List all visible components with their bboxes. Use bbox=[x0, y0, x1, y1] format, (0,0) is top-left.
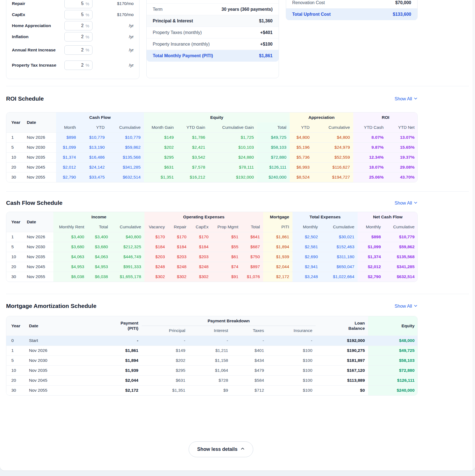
table-cell: $170 bbox=[144, 232, 168, 242]
table-cell: $192,000 bbox=[316, 336, 368, 346]
table-cell: 30 bbox=[6, 272, 23, 282]
table-cell: 9.87% bbox=[353, 142, 387, 152]
cash-flow-schedule-table: Year Date Income Operating Expenses Mort… bbox=[6, 212, 418, 282]
percent-input-box[interactable]: % bbox=[64, 21, 93, 30]
table-cell: Nov 2035 bbox=[23, 152, 56, 162]
percent-input[interactable] bbox=[68, 34, 84, 39]
summary-value: 30 years (360 payments) bbox=[221, 7, 273, 12]
group-header: Total Expenses bbox=[292, 212, 358, 222]
column-header: Vacancy bbox=[144, 222, 168, 232]
table-cell: $7,578 bbox=[177, 162, 209, 172]
table-row: 30Nov 2055$6,038$6,038$1,655,178$302$302… bbox=[6, 272, 418, 282]
group-header: Income bbox=[53, 212, 144, 222]
table-cell: $59,862 bbox=[108, 142, 144, 152]
summary-row: Total Upfront Cost$133,600 bbox=[286, 9, 417, 20]
table-cell: $2,044 bbox=[75, 375, 142, 385]
table-cell: 15.65% bbox=[387, 142, 418, 152]
table-cell: $59,862 bbox=[384, 242, 418, 252]
table-cell: 19.37% bbox=[387, 152, 418, 162]
table-cell: 12.34% bbox=[353, 152, 387, 162]
table-cell: $1,861 bbox=[263, 232, 292, 242]
summary-row: Renovation Cost$70,000 bbox=[286, 0, 417, 9]
table-cell: $302 bbox=[168, 272, 190, 282]
table-cell: $5,736 bbox=[290, 152, 313, 162]
table-cell: $1,725 bbox=[209, 132, 257, 142]
column-header: Cumulative bbox=[321, 222, 358, 232]
table-cell: $48,000 bbox=[368, 336, 418, 346]
chevron-down-icon bbox=[414, 200, 418, 206]
table-cell: $202 bbox=[142, 355, 189, 365]
table-cell: $434 bbox=[231, 355, 267, 365]
table-cell: $2,941 bbox=[292, 262, 321, 272]
table-cell: $100 bbox=[267, 375, 316, 385]
table-cell: $203 bbox=[144, 252, 168, 262]
table-cell: $72,880 bbox=[257, 152, 290, 162]
table-cell: $1,064 bbox=[189, 365, 231, 375]
percent-input-box[interactable]: % bbox=[64, 45, 93, 55]
percent-input[interactable] bbox=[68, 23, 84, 28]
table-cell: $4,800 bbox=[313, 132, 353, 142]
roi-schedule-section: ROI Schedule Show All Year Date Cash Flo… bbox=[6, 86, 469, 182]
table-cell: $55 bbox=[212, 242, 242, 252]
percent-input[interactable] bbox=[68, 12, 84, 17]
table-cell: - bbox=[75, 336, 142, 346]
scrollbar[interactable] bbox=[473, 0, 475, 470]
summary-value: $70,000 bbox=[395, 0, 411, 5]
table-cell: $184 bbox=[144, 242, 168, 252]
table-cell: Nov 2045 bbox=[23, 262, 53, 272]
table-cell: Nov 2030 bbox=[26, 355, 75, 365]
group-header: Equity bbox=[144, 113, 290, 122]
table-cell: Start bbox=[26, 336, 75, 346]
percent-input[interactable] bbox=[68, 48, 84, 53]
column-header: Cumulative bbox=[313, 122, 353, 132]
table-cell: $170 bbox=[168, 232, 190, 242]
summary-row: Property Insurance (monthly)+$100 bbox=[147, 38, 279, 50]
table-cell: 43.70% bbox=[387, 172, 418, 182]
column-header: Payment(PITI) bbox=[75, 316, 142, 336]
column-header: Cumulative bbox=[384, 222, 418, 232]
table-cell: $898 bbox=[358, 232, 384, 242]
assumption-row: Property Tax Increase%/yr bbox=[12, 57, 134, 73]
assumption-label: Home Appreciation bbox=[12, 23, 64, 28]
table-cell: $5,196 bbox=[290, 142, 313, 152]
table-cell: $3,248 bbox=[292, 272, 321, 282]
percent-input[interactable] bbox=[68, 1, 84, 6]
percent-input-box[interactable]: % bbox=[64, 0, 93, 8]
table-cell: $116,627 bbox=[313, 162, 353, 172]
table-cell: $40,800 bbox=[111, 232, 144, 242]
table-cell: $4,063 bbox=[53, 252, 88, 262]
table-cell: $152,463 bbox=[321, 242, 358, 252]
table-cell: $631 bbox=[144, 162, 177, 172]
percent-input-box[interactable]: % bbox=[64, 61, 93, 70]
table-cell: $302 bbox=[190, 272, 212, 282]
table-cell: $190,275 bbox=[316, 346, 368, 355]
summary-label: Property Insurance (monthly) bbox=[153, 42, 210, 47]
table-cell: 18.07% bbox=[353, 162, 387, 172]
percent-suffix: % bbox=[86, 35, 89, 39]
percent-input-box[interactable]: % bbox=[64, 10, 93, 19]
assumption-note: /yr bbox=[93, 63, 134, 68]
assumption-row: Home Appreciation%/yr bbox=[12, 20, 134, 31]
table-cell: $184 bbox=[168, 242, 190, 252]
table-cell: $1,351 bbox=[142, 385, 189, 395]
amortization-show-all-link[interactable]: Show All bbox=[395, 303, 418, 309]
table-cell: $10,779 bbox=[384, 232, 418, 242]
table-cell: $991,333 bbox=[111, 262, 144, 272]
table-cell: $49,725 bbox=[368, 346, 418, 355]
table-cell: Nov 2035 bbox=[26, 365, 75, 375]
percent-input-box[interactable]: % bbox=[64, 32, 93, 41]
roi-show-all-link[interactable]: Show All bbox=[395, 96, 418, 101]
table-cell: $1,374 bbox=[56, 152, 79, 162]
table-row: 10Nov 2035$1,374$16,486$135,568$295$3,54… bbox=[6, 152, 418, 162]
table-cell: $341,285 bbox=[108, 162, 144, 172]
cash-flow-show-all-link[interactable]: Show All bbox=[395, 200, 418, 206]
column-header: Taxes bbox=[231, 326, 267, 336]
percent-suffix: % bbox=[86, 63, 89, 67]
percent-input[interactable] bbox=[68, 63, 84, 68]
show-less-details-button[interactable]: Show less details bbox=[189, 441, 253, 457]
table-cell: $1,786 bbox=[177, 132, 209, 142]
column-header: Principal bbox=[142, 326, 189, 336]
summary-row: Property Taxes (monthly)+$401 bbox=[147, 27, 279, 38]
table-cell: 30 bbox=[6, 385, 26, 395]
percent-suffix: % bbox=[86, 1, 89, 6]
